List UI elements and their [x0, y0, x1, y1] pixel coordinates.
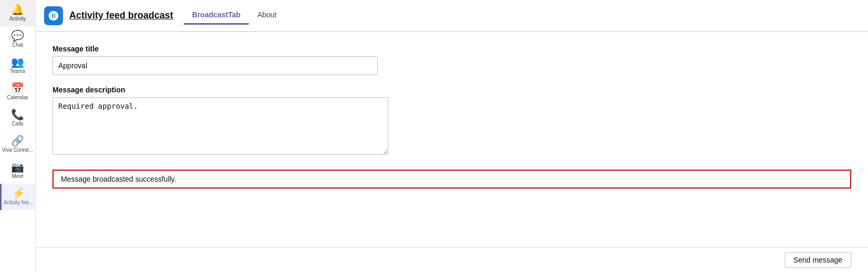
- viva-icon: 🔗: [11, 135, 24, 146]
- tab-broadcast[interactable]: BroadcastTab: [184, 6, 249, 25]
- sidebar-label-calls: Calls: [12, 121, 23, 127]
- send-row: Send message: [36, 247, 868, 272]
- sidebar-item-activity[interactable]: 🔔 Activity: [0, 0, 35, 26]
- teams-icon: 👥: [11, 57, 24, 67]
- app-header: Activity feed broadcast BroadcastTab Abo…: [36, 0, 868, 32]
- calendar-icon: 📅: [11, 83, 24, 93]
- sidebar-item-chat[interactable]: 💬 Chat: [0, 26, 35, 53]
- message-description-textarea[interactable]: Required approval.: [52, 97, 388, 155]
- sidebar-label-calendar: Calendar: [7, 95, 28, 101]
- message-title-input[interactable]: [52, 56, 378, 75]
- sidebar-item-calendar[interactable]: 📅 Calendar: [0, 79, 35, 105]
- tab-navigation: BroadcastTab About: [184, 6, 285, 25]
- tab-about[interactable]: About: [249, 6, 285, 25]
- message-description-group: Message description Required approval.: [52, 86, 851, 155]
- sidebar-label-activityfee: Activity fee...: [4, 200, 34, 206]
- message-title-label: Message title: [52, 45, 851, 53]
- sidebar-item-activityfee[interactable]: ⚡ Activity fee...: [0, 184, 35, 210]
- sidebar-label-teams: Teams: [10, 68, 25, 75]
- app-title: Activity feed broadcast: [69, 10, 173, 21]
- sidebar-label-chat: Chat: [12, 42, 23, 48]
- message-description-label: Message description: [52, 86, 851, 94]
- sidebar-item-meet[interactable]: 📷 Meet: [0, 158, 35, 184]
- sidebar-item-calls[interactable]: 📞 Calls: [0, 105, 35, 131]
- app-icon: [44, 6, 63, 25]
- form-area: Message title Message description Requir…: [36, 32, 868, 247]
- message-title-group: Message title: [52, 45, 851, 75]
- send-message-button[interactable]: Send message: [785, 252, 851, 268]
- chat-icon: 💬: [11, 30, 24, 41]
- main-content: Activity feed broadcast BroadcastTab Abo…: [36, 0, 868, 272]
- sidebar-label-viva: Viva Conne...: [2, 147, 34, 153]
- sidebar: 🔔 Activity 💬 Chat 👥 Teams 📅 Calendar 📞 C…: [0, 0, 36, 272]
- activityfee-icon: ⚡: [12, 188, 25, 198]
- calls-icon: 📞: [11, 109, 24, 120]
- sidebar-item-teams[interactable]: 👥 Teams: [0, 53, 35, 79]
- success-banner: Message broadcasted successfully.: [52, 170, 851, 189]
- meet-icon: 📷: [11, 162, 24, 172]
- sidebar-label-meet: Meet: [12, 173, 23, 180]
- sidebar-label-activity: Activity: [9, 16, 26, 22]
- sidebar-item-viva[interactable]: 🔗 Viva Conne...: [0, 131, 35, 158]
- activity-icon: 🔔: [11, 4, 24, 15]
- success-message-text: Message broadcasted successfully.: [61, 175, 176, 183]
